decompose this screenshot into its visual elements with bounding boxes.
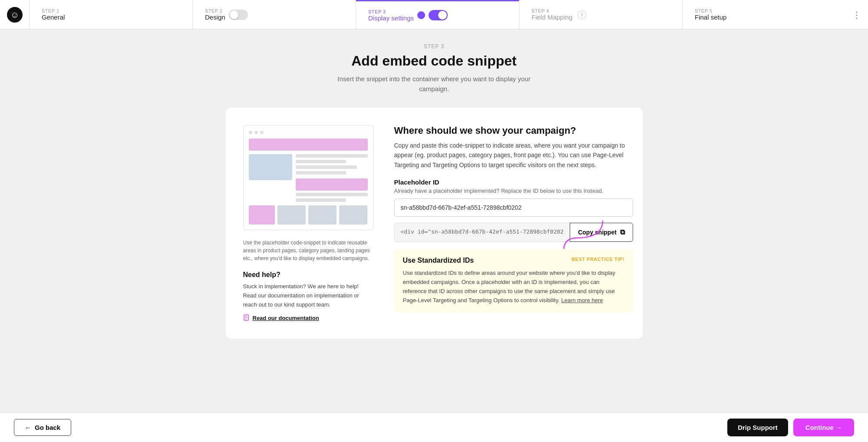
mockup-dot-3 xyxy=(260,131,264,134)
more-options-icon[interactable]: ⋮ xyxy=(845,0,868,29)
mockup-sidebar xyxy=(249,154,292,202)
step-1-label: General xyxy=(42,13,65,21)
doc-icon xyxy=(243,314,250,321)
step-1[interactable]: STEP 1 General xyxy=(30,0,193,29)
mockup-dot-1 xyxy=(249,131,252,134)
bp-learn-more-link[interactable]: Learn more here xyxy=(561,297,603,303)
snippet-code: <div id="sn-a58bbd7d-667b-42ef-a551-7289… xyxy=(394,223,570,242)
svg-text:☺: ☺ xyxy=(10,10,19,20)
need-help-text: Stuck in implementation? We are here to … xyxy=(243,282,373,309)
step-4-info-icon[interactable]: i xyxy=(578,10,586,19)
step-1-number: STEP 1 xyxy=(42,8,65,13)
bp-badge: BEST PRACTICE TIP! xyxy=(571,257,624,262)
card: Use the placeholder code-snippet to indi… xyxy=(226,108,643,339)
step-2-toggle[interactable] xyxy=(229,10,248,20)
drip-support-button[interactable]: Drip Support xyxy=(727,419,788,436)
logo[interactable]: ☺ xyxy=(0,0,30,29)
mockup-highlight xyxy=(296,178,368,191)
step-5-number: STEP 5 xyxy=(695,8,726,13)
copy-icon: ⧉ xyxy=(620,228,625,236)
back-button[interactable]: ← Go back xyxy=(14,419,71,436)
step-5[interactable]: STEP 5 Final setup xyxy=(683,0,845,29)
step-3-indicator xyxy=(417,11,425,19)
step-2-label: Design xyxy=(205,13,225,21)
page-title: Add embed code snippet xyxy=(351,53,516,69)
copy-btn-label: Copy snippet xyxy=(578,229,617,236)
step-4-number: STEP 4 xyxy=(531,8,572,13)
doc-link-text: Read our documentation xyxy=(253,315,319,321)
step-4-label: Field Mapping xyxy=(531,13,572,21)
continue-button[interactable]: Continue → xyxy=(793,419,854,436)
mockup-caption: Use the placeholder code-snippet to indi… xyxy=(243,239,373,262)
step-3-toggle[interactable] xyxy=(429,10,448,20)
page-subtitle: Insert the snippet into the container wh… xyxy=(326,74,543,94)
placeholder-id-input[interactable] xyxy=(394,198,633,217)
best-practice-box: Use Standardized IDs BEST PRACTICE TIP! … xyxy=(394,249,633,313)
step-4[interactable]: STEP 4 Field Mapping i xyxy=(519,0,683,29)
top-nav: ☺ STEP 1 General STEP 2 Design xyxy=(0,0,868,30)
step-3[interactable]: STEP 3 Display settings xyxy=(356,0,519,29)
placeholder-label: Placeholder ID xyxy=(394,178,633,186)
step-2-number: STEP 2 xyxy=(205,8,225,13)
placeholder-sublabel: Already have a placeholder implemented? … xyxy=(394,188,633,194)
back-arrow-icon: ← xyxy=(25,424,31,431)
snippet-row: <div id="sn-a58bbd7d-667b-42ef-a551-7289… xyxy=(394,223,633,242)
mockup-dot-2 xyxy=(254,131,258,134)
card-right: Where should we show your campaign? Copy… xyxy=(394,125,633,321)
panel-desc: Copy and paste this code-snippet to indi… xyxy=(394,141,633,170)
step-3-number: STEP 3 xyxy=(368,9,414,14)
step-5-label: Final setup xyxy=(695,13,726,21)
bottom-bar: ← Go back Drip Support Continue → xyxy=(0,412,868,442)
step-3-label: Display settings xyxy=(368,14,414,22)
mockup-banner xyxy=(249,139,368,151)
doc-link[interactable]: Read our documentation xyxy=(243,314,373,321)
main-content: STEP 3 Add embed code snippet Insert the… xyxy=(0,30,868,442)
wizard-steps: STEP 1 General STEP 2 Design STEP 3 xyxy=(30,0,845,29)
step-label: STEP 3 xyxy=(424,43,444,49)
back-label: Go back xyxy=(35,424,60,431)
step-2[interactable]: STEP 2 Design xyxy=(193,0,356,29)
page-mockup xyxy=(243,125,373,230)
bp-title: Use Standardized IDs xyxy=(403,257,474,264)
mockup-content xyxy=(296,154,368,202)
panel-title: Where should we show your campaign? xyxy=(394,125,633,136)
need-help-title: Need help? xyxy=(243,271,373,279)
card-left: Use the placeholder code-snippet to indi… xyxy=(243,125,373,321)
copy-snippet-button[interactable]: Copy snippet ⧉ xyxy=(570,223,633,242)
bp-text: Use standardized IDs to define areas aro… xyxy=(403,269,624,305)
